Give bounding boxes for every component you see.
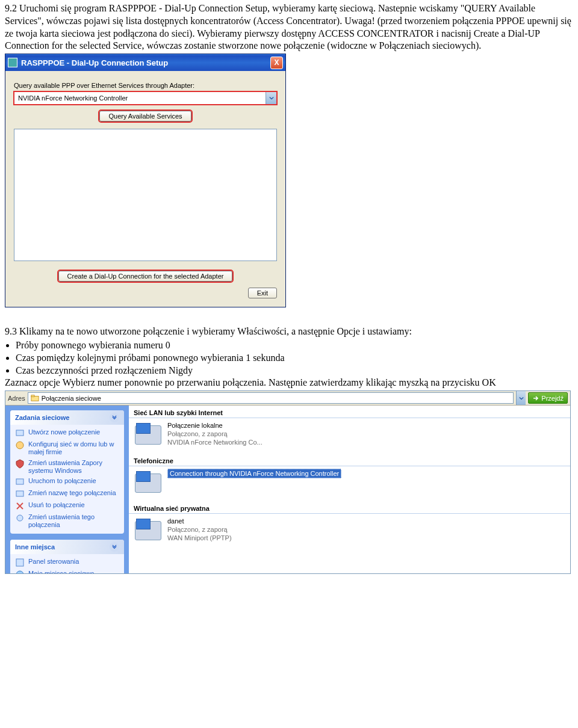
side-group-places: Inne miejsca Panel sterowania Moje miejs…	[10, 540, 124, 573]
adapter-combo[interactable]: NVIDIA nForce Networking Controller	[14, 91, 277, 105]
sidebar-item-start-connection[interactable]: Uruchom to połączenie	[15, 476, 119, 488]
side-header-label: Inne miejsca	[15, 543, 55, 551]
group-header-lan: Sieć LAN lub szybki Internet	[129, 408, 570, 418]
group-header-vpn: Wirtualna sieć prywatna	[129, 504, 570, 514]
network-connections-window: Adres Połączenia sieciowe Przejdź Zadani…	[5, 390, 571, 574]
paragraph-9-2: 9.2 Uruchomi się program RASPPPOE - Dial…	[5, 2, 573, 52]
list-item: Próby ponownego wybierania numeru 0	[16, 339, 573, 352]
address-bar: Adres Połączenia sieciowe Przejdź	[5, 391, 570, 406]
adapter-value: NVIDIA nForce Networking Controller	[14, 94, 266, 102]
connection-status: Połączono, z zaporą	[167, 526, 232, 534]
chevron-down-icon[interactable]	[516, 391, 526, 405]
close-icon[interactable]: X	[270, 57, 283, 69]
vpn-connection-icon	[134, 517, 163, 541]
svg-point-8	[16, 571, 23, 573]
sidebar-item-label: Moje miejsca sieciowe	[28, 570, 94, 573]
sidebar-item-label: Panel sterowania	[28, 558, 79, 566]
svg-point-3	[16, 442, 23, 449]
sidebar-item-label: Usuń to połączenie	[28, 501, 85, 509]
exit-button[interactable]: Exit	[248, 288, 277, 298]
dialog-title: RASPPPOE - Dial-Up Connection Setup	[21, 58, 168, 67]
chevron-up-icon[interactable]	[110, 542, 119, 552]
delete-icon	[15, 501, 25, 511]
paragraph-9-3: 9.3 Klikamy na te nowo utworzone połącze…	[5, 325, 573, 338]
sidebar-item-label: Uruchom to połączenie	[28, 477, 96, 485]
connection-device: NVIDIA nForce Networking Co...	[167, 439, 263, 447]
adapter-label: Query available PPP over Ethernet Servic…	[14, 82, 277, 89]
arrow-right-icon	[532, 395, 539, 402]
explorer-side-panel: Zadania sieciowe Utwórz nowe połączenie …	[5, 406, 129, 573]
address-label: Adres	[8, 395, 25, 402]
app-icon	[8, 58, 17, 67]
sidebar-item-network-places[interactable]: Moje miejsca sieciowe	[15, 569, 119, 573]
connection-name: Connection through NVIDIA nForce Network…	[167, 469, 341, 478]
gear-icon	[15, 513, 25, 523]
svg-rect-1	[31, 395, 34, 396]
new-connection-icon	[15, 428, 25, 438]
go-button[interactable]: Przejdź	[528, 392, 568, 404]
list-item: Czas bezczynności przed rozłączeniem Nig…	[16, 365, 573, 377]
network-setup-icon	[15, 440, 25, 450]
sidebar-item-rename[interactable]: Zmień nazwę tego połączenia	[15, 488, 119, 500]
chevron-up-icon[interactable]	[110, 413, 119, 422]
query-services-button[interactable]: Query Available Services	[99, 111, 191, 122]
options-list: Próby ponownego wybierania numeru 0 Czas…	[16, 339, 573, 377]
connection-name: Połączenie lokalne	[167, 422, 263, 430]
connection-item-raspppoe[interactable]: Connection through NVIDIA nForce Network…	[134, 470, 341, 494]
side-header-places[interactable]: Inne miejsca	[10, 540, 124, 554]
go-label: Przejdź	[541, 395, 564, 402]
svg-rect-7	[16, 559, 23, 566]
play-icon	[15, 477, 25, 487]
address-field[interactable]: Połączenia sieciowe	[28, 392, 514, 404]
sidebar-item-delete[interactable]: Usuń to połączenie	[15, 500, 119, 512]
connection-device: WAN Miniport (PPTP)	[167, 534, 232, 543]
connection-item-lan[interactable]: Połączenie lokalne Połączono, z zaporą N…	[134, 422, 263, 446]
services-list[interactable]	[14, 129, 277, 261]
chevron-down-icon[interactable]	[266, 92, 276, 104]
sidebar-item-properties[interactable]: Zmień ustawienia tego połączenia	[15, 512, 119, 530]
sidebar-item-label: Utwórz nowe połączenie	[28, 428, 100, 436]
sidebar-item-label: Konfiguruj sieć w domu lub w małej firmi…	[28, 440, 119, 456]
create-connection-button[interactable]: Create a Dial-Up Connection for the sele…	[58, 271, 233, 282]
svg-rect-4	[16, 479, 23, 484]
group-header-dialup: Telefoniczne	[129, 456, 570, 466]
side-header-tasks[interactable]: Zadania sieciowe	[10, 410, 124, 425]
sidebar-item-control-panel[interactable]: Panel sterowania	[15, 557, 119, 569]
network-folder-icon	[31, 394, 39, 403]
globe-icon	[15, 570, 25, 573]
lan-connection-icon	[134, 422, 163, 446]
sidebar-item-home-network[interactable]: Konfiguruj sieć w domu lub w małej firmi…	[15, 439, 119, 457]
sidebar-item-label: Zmień nazwę tego połączenia	[28, 489, 116, 497]
connection-status: Połączono, z zaporą	[167, 430, 263, 439]
dialup-connection-icon	[134, 470, 163, 494]
svg-point-6	[17, 515, 23, 521]
sidebar-item-label: Zmień ustawienia Zapory systemu Windows	[28, 459, 119, 475]
sidebar-item-label: Zmień ustawienia tego połączenia	[28, 513, 119, 529]
sidebar-item-firewall[interactable]: Zmień ustawienia Zapory systemu Windows	[15, 458, 119, 476]
side-header-label: Zadania sieciowe	[15, 414, 69, 421]
connection-item-vpn[interactable]: danet Połączono, z zaporą WAN Miniport (…	[134, 517, 232, 542]
connection-name: danet	[167, 517, 232, 526]
sidebar-item-new-connection[interactable]: Utwórz nowe połączenie	[15, 427, 119, 439]
explorer-main-pane: Sieć LAN lub szybki Internet Połączenie …	[129, 406, 570, 573]
address-value: Połączenia sieciowe	[42, 395, 101, 402]
svg-rect-2	[16, 430, 23, 436]
side-group-tasks: Zadania sieciowe Utwórz nowe połączenie …	[10, 410, 124, 534]
raspppoe-dialog: RASPPPOE - Dial-Up Connection Setup X Qu…	[5, 54, 286, 307]
dialog-titlebar[interactable]: RASPPPOE - Dial-Up Connection Setup X	[5, 54, 285, 71]
shield-icon	[15, 459, 25, 469]
svg-rect-5	[16, 491, 23, 496]
list-item: Czas pomiędzy kolejnymi próbami ponowneg…	[16, 352, 573, 365]
control-panel-icon	[15, 558, 25, 567]
paragraph-9-3b: Zaznacz opcje Wybierz numer ponownie po …	[5, 377, 573, 389]
rename-icon	[15, 489, 25, 499]
